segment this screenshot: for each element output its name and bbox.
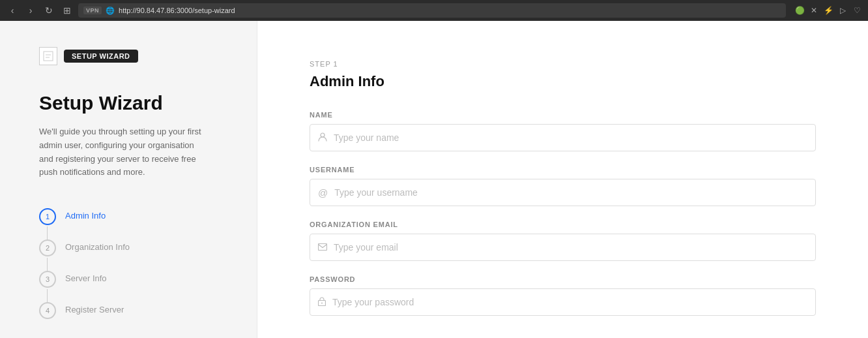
ext-icon-5[interactable]: ♡ [851, 5, 863, 16]
address-text: http://90.84.47.86:3000/setup-wizard [119, 7, 781, 14]
name-input-wrapper [310, 124, 816, 151]
grid-button[interactable]: ⊞ [60, 3, 74, 18]
username-label: USERNAME [310, 166, 816, 174]
name-input[interactable] [334, 132, 807, 143]
vpn-badge: VPN [83, 7, 102, 14]
back-button[interactable]: ‹ [5, 3, 20, 18]
setup-wizard-badge: SETUP WIZARD [64, 50, 138, 63]
email-input-wrapper [310, 234, 816, 261]
email-label: ORGANIZATION EMAIL [310, 221, 816, 228]
name-label: NAME [310, 111, 816, 119]
main-content: SETUP WIZARD Setup Wizard We'll guide yo… [0, 21, 868, 338]
svg-point-3 [321, 133, 325, 137]
address-bar[interactable]: VPN 🌐 http://90.84.47.86:3000/setup-wiza… [78, 3, 786, 18]
svg-rect-4 [319, 244, 327, 251]
forward-button[interactable]: › [23, 3, 38, 18]
ext-icon-3[interactable]: ⚡ [822, 5, 834, 16]
username-form-group: USERNAME @ [310, 166, 816, 206]
svg-rect-0 [44, 52, 53, 61]
username-input[interactable] [334, 187, 807, 198]
name-form-group: NAME [310, 111, 816, 151]
sidebar: SETUP WIZARD Setup Wizard We'll guide yo… [0, 21, 257, 338]
step-3-row: 3 Server Info [39, 266, 218, 293]
step-4-label: Register Server [65, 302, 124, 315]
step-4-circle: 4 [39, 302, 56, 319]
envelope-icon [318, 242, 327, 253]
password-label: PASSWORD [310, 275, 816, 283]
form-title: Admin Info [310, 73, 816, 90]
password-form-group: PASSWORD [310, 275, 816, 316]
at-icon: @ [318, 187, 328, 198]
ext-icon-4[interactable]: ▷ [837, 5, 848, 16]
svg-point-6 [321, 302, 323, 303]
step-3-label: Server Info [65, 271, 107, 283]
step-1-label: Admin Info [65, 208, 106, 221]
step-3-circle: 3 [39, 271, 56, 288]
wizard-title: Setup Wizard [39, 91, 218, 115]
password-input[interactable] [332, 297, 807, 307]
step-number-label: STEP 1 [310, 60, 816, 68]
ext-icon-1[interactable]: 🟢 [794, 5, 805, 16]
step-2-circle: 2 [39, 239, 56, 256]
email-form-group: ORGANIZATION EMAIL [310, 221, 816, 261]
email-input[interactable] [334, 242, 807, 253]
step-2-label: Organization Info [65, 239, 130, 252]
ext-icon-2[interactable]: ✕ [808, 5, 820, 16]
globe-icon: 🌐 [106, 7, 115, 15]
lock-icon [318, 297, 326, 308]
form-area: STEP 1 Admin Info NAME USERNAME @ [257, 21, 868, 338]
step-2-row: 2 Organization Info [39, 234, 218, 262]
password-input-wrapper [310, 288, 816, 316]
logo [39, 47, 57, 65]
person-icon [318, 132, 327, 144]
sidebar-header: SETUP WIZARD [39, 47, 218, 65]
username-input-wrapper: @ [310, 179, 816, 206]
reload-button[interactable]: ↻ [42, 3, 56, 18]
extensions-area: 🟢 ✕ ⚡ ▷ ♡ [794, 5, 863, 16]
steps-list: 1 Admin Info 2 Organization Info 3 Serve… [39, 203, 218, 324]
browser-chrome: ‹ › ↻ ⊞ VPN 🌐 http://90.84.47.86:3000/se… [0, 0, 868, 21]
step-1-row: 1 Admin Info [39, 203, 218, 230]
wizard-description: We'll guide you through setting up your … [39, 125, 209, 179]
step-4-row: 4 Register Server [39, 297, 218, 324]
step-1-circle: 1 [39, 208, 56, 225]
